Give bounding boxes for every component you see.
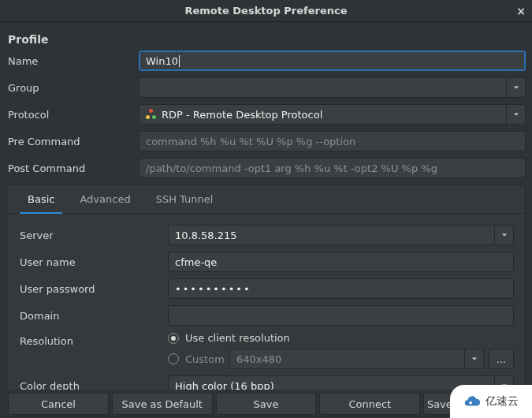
text-caret <box>179 55 180 67</box>
username-label: User name <box>18 256 168 268</box>
username-value: cfme-qe <box>175 256 217 268</box>
protocol-value: RDP - Remote Desktop Protocol <box>162 109 322 121</box>
domain-input[interactable] <box>168 305 514 326</box>
post-command-input[interactable]: /path/to/command -opt1 arg %h %u %t -opt… <box>139 158 526 178</box>
name-value: Win10 <box>146 55 178 67</box>
cancel-button[interactable]: Cancel <box>8 393 109 415</box>
pre-command-label: Pre Command <box>6 136 139 147</box>
password-value: •••••••••• <box>175 283 251 295</box>
pre-command-placeholder: command %h %u %t %U %p %g --option <box>146 136 355 147</box>
connect-button[interactable]: Connect <box>319 393 420 415</box>
chevron-down-icon <box>464 349 483 368</box>
server-value: 10.8.58.215 <box>175 230 237 241</box>
group-combo[interactable] <box>139 77 526 98</box>
window-title: Remote Desktop Preference <box>184 5 347 17</box>
remmina-icon <box>146 109 157 120</box>
protocol-combo[interactable]: RDP - Remote Desktop Protocol <box>139 104 526 125</box>
resolution-custom-value: 640x480 <box>236 353 281 365</box>
pre-command-input[interactable]: command %h %u %t %U %p %g --option <box>139 131 526 151</box>
resolution-label: Resolution <box>18 332 168 347</box>
save-default-button[interactable]: Save as Default <box>112 393 213 415</box>
name-input[interactable]: Win10 <box>139 50 526 71</box>
tab-ssh-tunnel[interactable]: SSH Tunnel <box>143 185 226 213</box>
chevron-down-icon <box>494 226 513 244</box>
save-button[interactable]: Save <box>216 393 317 415</box>
chevron-down-icon <box>506 105 525 124</box>
profile-heading: Profile <box>6 27 526 50</box>
resolution-custom-label: Custom <box>185 353 229 365</box>
title-bar: Remote Desktop Preference × <box>0 0 532 22</box>
password-input[interactable]: •••••••••• <box>168 278 514 299</box>
tab-header: Basic Advanced SSH Tunnel <box>7 185 525 214</box>
post-command-placeholder: /path/to/command -opt1 arg %h %u %t -opt… <box>146 162 437 174</box>
group-label: Group <box>6 82 139 94</box>
resolution-custom-combo[interactable]: 640x480 <box>229 349 484 369</box>
save-connect-button[interactable]: Save and Connect <box>423 393 524 415</box>
resolution-more-button[interactable]: ... <box>489 349 514 369</box>
username-input[interactable]: cfme-qe <box>168 252 514 272</box>
settings-tab-container: Basic Advanced SSH Tunnel Server 10.8.58… <box>6 185 526 418</box>
server-label: Server <box>18 230 168 241</box>
domain-label: Domain <box>18 310 168 322</box>
name-label: Name <box>6 55 139 67</box>
ellipsis-icon: ... <box>497 353 506 365</box>
tab-basic[interactable]: Basic <box>15 185 67 213</box>
tab-advanced[interactable]: Advanced <box>67 185 143 213</box>
button-bar: Cancel Save as Default Save Connect Save… <box>0 390 532 418</box>
post-command-label: Post Command <box>6 162 139 174</box>
password-label: User password <box>18 283 168 295</box>
chevron-down-icon <box>506 78 525 97</box>
resolution-client-radio[interactable] <box>168 333 179 344</box>
close-button[interactable]: × <box>510 0 532 22</box>
protocol-label: Protocol <box>6 109 139 121</box>
resolution-custom-radio[interactable] <box>168 353 179 364</box>
server-combo[interactable]: 10.8.58.215 <box>168 225 514 245</box>
resolution-client-label: Use client resolution <box>185 332 290 344</box>
